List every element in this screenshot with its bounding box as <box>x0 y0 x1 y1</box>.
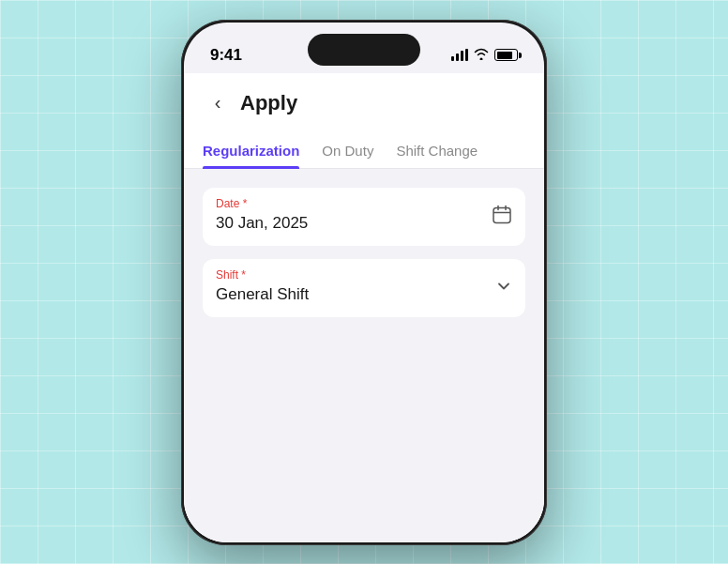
tab-regularization[interactable]: Regularization <box>203 133 299 168</box>
status-icons <box>451 48 518 63</box>
date-label: Date * <box>216 197 512 210</box>
battery-fill <box>497 52 512 59</box>
form-area: Date * 30 Jan, 2025 <box>184 169 544 535</box>
phone-frame: 9:41 <box>181 20 547 545</box>
chevron-down-icon <box>495 278 512 298</box>
battery-icon <box>494 49 518 61</box>
date-field[interactable]: Date * 30 Jan, 2025 <box>203 188 525 246</box>
date-value: 30 Jan, 2025 <box>216 214 512 233</box>
signal-icon <box>451 49 468 61</box>
punch-logs-header: PUNCH LOGS + Add Log <box>184 535 544 542</box>
svg-rect-0 <box>493 207 510 222</box>
shift-label: Shift * <box>216 268 512 282</box>
back-chevron-icon: ‹ <box>215 92 221 114</box>
shift-value: General Shift <box>216 285 512 304</box>
calendar-icon <box>492 204 512 229</box>
tab-shift-change[interactable]: Shift Change <box>396 133 478 168</box>
tab-bar: Regularization On Duty Shift Change <box>184 133 544 169</box>
status-time: 9:41 <box>210 46 242 65</box>
phone-screen: 9:41 <box>184 23 544 542</box>
tab-on-duty[interactable]: On Duty <box>322 133 373 168</box>
back-button[interactable]: ‹ <box>203 88 233 118</box>
dynamic-island <box>308 34 420 66</box>
header: ‹ Apply <box>184 73 544 130</box>
screen-content: ‹ Apply Regularization On Duty Shift Cha… <box>184 73 544 542</box>
page-title: Apply <box>240 91 297 115</box>
wifi-icon <box>474 48 489 63</box>
shift-field[interactable]: Shift * General Shift <box>203 259 525 317</box>
